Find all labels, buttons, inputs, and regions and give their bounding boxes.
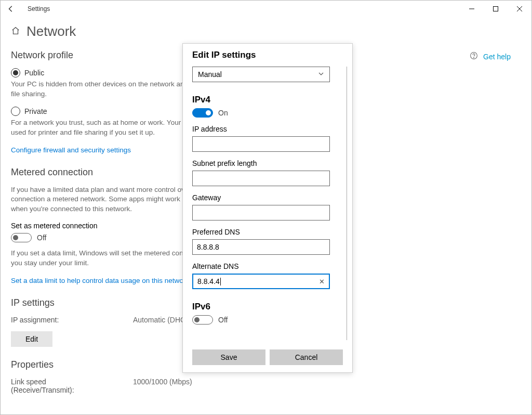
- maximize-button[interactable]: [484, 1, 508, 17]
- dialog-title: Edit IP settings: [192, 50, 344, 60]
- metered-toggle[interactable]: [11, 233, 32, 242]
- gateway-label: Gateway: [192, 193, 344, 202]
- profile-public-label: Public: [24, 69, 44, 77]
- radio-selected-icon: [11, 68, 20, 77]
- get-help-link[interactable]: Get help: [470, 51, 511, 61]
- save-button[interactable]: Save: [192, 349, 265, 365]
- alternate-dns-label: Alternate DNS: [192, 262, 344, 270]
- ipv6-toggle-state: Off: [218, 316, 228, 324]
- ipv4-toggle-state: On: [218, 109, 228, 117]
- dialog-scrollbar[interactable]: [347, 67, 347, 340]
- metered-toggle-state: Off: [37, 234, 46, 242]
- minimize-button[interactable]: [460, 1, 484, 17]
- firewall-link[interactable]: Configure firewall and security settings: [11, 146, 131, 154]
- window-title: Settings: [28, 5, 50, 12]
- svg-point-2: [474, 58, 474, 58]
- ip-mode-value: Manual: [198, 70, 222, 79]
- ip-mode-select[interactable]: Manual: [192, 67, 330, 82]
- subnet-label: Subnet prefix length: [192, 159, 344, 167]
- ip-address-input[interactable]: [192, 136, 330, 152]
- ipv4-heading: IPv4: [192, 95, 344, 105]
- link-speed-value: 1000/1000 (Mbps): [133, 378, 192, 394]
- ipv4-toggle[interactable]: [192, 108, 213, 118]
- close-button[interactable]: [508, 1, 531, 17]
- gateway-input[interactable]: [192, 205, 330, 221]
- preferred-dns-input[interactable]: 8.8.8.8: [192, 239, 330, 255]
- edit-ip-dialog: Edit IP settings Manual IPv4 On IP addre…: [182, 43, 353, 373]
- clear-input-icon[interactable]: ✕: [319, 278, 325, 286]
- subnet-input[interactable]: [192, 171, 330, 186]
- edit-ip-button[interactable]: Edit: [11, 331, 52, 347]
- back-button[interactable]: [4, 2, 18, 16]
- help-icon: [470, 51, 478, 61]
- radio-unselected-icon: [11, 107, 20, 116]
- profile-private-label: Private: [24, 107, 47, 115]
- cancel-button[interactable]: Cancel: [270, 349, 343, 365]
- ipv6-heading: IPv6: [192, 302, 344, 312]
- ip-assignment-label: IP assignment:: [11, 316, 102, 324]
- data-limit-link[interactable]: Set a data limit to help control data us…: [11, 277, 189, 284]
- page-title: Network: [26, 23, 76, 40]
- get-help-label: Get help: [483, 53, 511, 61]
- link-speed-label: Link speed (Receive/Transmit):: [11, 378, 102, 394]
- chevron-down-icon: [318, 70, 324, 79]
- svg-rect-0: [494, 7, 498, 11]
- preferred-dns-label: Preferred DNS: [192, 228, 344, 236]
- alternate-dns-input[interactable]: 8.8.4.4 ✕: [192, 274, 330, 289]
- ip-address-label: IP address: [192, 125, 344, 133]
- home-icon: [11, 26, 20, 37]
- page-scrollbar[interactable]: [528, 42, 530, 409]
- ipv6-toggle[interactable]: [192, 315, 213, 325]
